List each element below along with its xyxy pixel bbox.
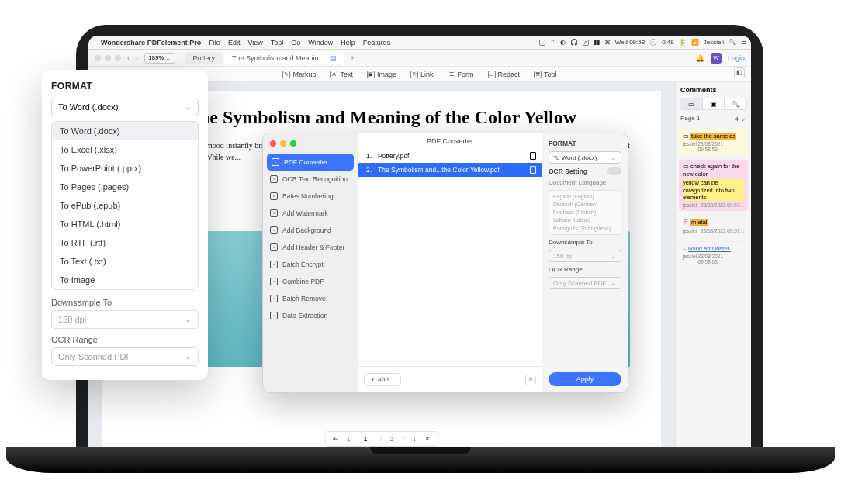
language-option[interactable]: Français (French) [553, 209, 617, 216]
ocr-toggle[interactable] [607, 167, 621, 175]
comment-item[interactable]: ⎁ wood and water. jessieli23/08/2021 09:… [679, 241, 748, 268]
ocrrange-select[interactable]: Only Scanned PDF⌄ [549, 277, 621, 289]
format-option[interactable]: To PowerPoint (.pptx) [52, 159, 198, 178]
language-option[interactable]: Italiano (Italian) [553, 216, 617, 224]
comments-tabs: ▭ ▣ 🔍 [680, 98, 747, 110]
nav-back-icon[interactable]: ‹ [127, 54, 130, 62]
zoom-field[interactable]: 189%⌄ [144, 53, 175, 64]
chevron-down-icon: ⌄ [185, 103, 192, 111]
app-name[interactable]: Wondershare PDFelement Pro [101, 39, 201, 47]
language-option[interactable]: Español (Spanish) [553, 233, 617, 235]
tool-tool[interactable]: ⚒Tool [534, 71, 557, 78]
nav-close-icon[interactable]: ✕ [424, 435, 431, 443]
dialog-nav-item[interactable]: ▫Combine PDF [263, 273, 358, 290]
nav-item-icon: ▫ [270, 175, 278, 183]
bell-icon[interactable]: 🔔 [696, 54, 704, 62]
format-option[interactable]: To Excel (.xlsx) [52, 140, 198, 159]
add-button[interactable]: +Add... [364, 373, 401, 386]
list-menu-icon[interactable]: ≡ [525, 375, 536, 385]
chevron-down-icon[interactable]: ⌄ [740, 115, 746, 123]
status-headphone-icon: 🎧 [570, 39, 578, 46]
dialog-nav-item[interactable]: ▫Bates Numbering [263, 188, 358, 205]
nav-fwd-icon[interactable]: › [136, 54, 138, 62]
dialog-nav-item[interactable]: ▫Add Header & Footer [263, 239, 358, 256]
panel-toggle-icon[interactable]: ◧ [734, 67, 745, 78]
tool-text[interactable]: AText [330, 71, 353, 78]
nav-first-icon[interactable]: ⇤ [333, 435, 339, 443]
dialog-nav-item[interactable]: ▫OCR Text Recognition [263, 171, 358, 188]
format-option[interactable]: To ePub (.epub) [52, 196, 198, 215]
format-option[interactable]: To Image [52, 271, 198, 289]
status-user[interactable]: Jessieli [704, 39, 724, 46]
language-option[interactable]: English (English) [553, 193, 617, 201]
menu-file[interactable]: File [209, 39, 220, 47]
page-current-input[interactable] [358, 435, 372, 443]
format-option[interactable]: To RTF (.rtf) [52, 233, 198, 252]
popover-downsample-select[interactable]: 150 dpi⌄ [51, 310, 199, 329]
comments-title: Comments [676, 82, 751, 98]
format-option[interactable]: To HTML (.html) [52, 215, 198, 233]
menu-help[interactable]: Help [341, 39, 355, 47]
apply-button[interactable]: Apply [549, 372, 621, 386]
dialog-nav-item[interactable]: ▫Add Watermark [263, 205, 358, 222]
tool-markup[interactable]: ✎Markup [282, 71, 316, 78]
nav-prev-icon[interactable]: ↓ [347, 435, 351, 443]
image-icon: ▣ [367, 71, 375, 78]
menu-edit[interactable]: Edit [228, 39, 241, 47]
menu-tool[interactable]: Tool [271, 39, 284, 47]
status-batt-icon: 🔋 [679, 39, 687, 46]
format-options-list: To Word (.docx)To Excel (.xlsx)To PowerP… [51, 121, 199, 290]
window-titlebar: ‹ › 189%⌄ Pottery The Symbolism and Mean… [88, 50, 751, 67]
popover-ocrrange-select[interactable]: Only Scanned PDF⌄ [51, 347, 199, 366]
menu-go[interactable]: Go [291, 39, 300, 47]
tool-link[interactable]: ⎘Link [410, 71, 434, 78]
language-option[interactable]: Deutsch (German) [553, 201, 617, 209]
status-net-icon: ↕ [539, 40, 545, 46]
comments-tab-search-icon[interactable]: 🔍 [725, 98, 746, 109]
ocrrange-label: OCR Range [549, 266, 621, 273]
comment-item[interactable]: ▭ take the same as jessieli23/08/2021 09… [679, 129, 748, 155]
language-list[interactable]: English (English)Deutsch (German)Françai… [549, 190, 621, 235]
format-current-select[interactable]: To Word (.docx)⌄ [51, 98, 199, 116]
menu-features[interactable]: Features [363, 39, 391, 47]
nav-next-icon[interactable]: ↑ [402, 435, 406, 443]
format-label: FORMAT [549, 140, 621, 147]
pdf-converter-dialog: ▫PDF Converter▫OCR Text Recognition▫Bate… [262, 133, 628, 393]
language-option[interactable]: Português (Portuguese) [553, 225, 617, 233]
comment-item[interactable]: 〒 m etal jessieli23/08/2021 09:57... [679, 216, 748, 236]
comments-tab-note-icon[interactable]: ▭ [680, 98, 703, 109]
dialog-file-row[interactable]: 2.The Symbolism and...the Color Yellow.p… [358, 163, 542, 177]
nav-item-icon: ▫ [270, 243, 278, 251]
status-menu-icon[interactable]: ☰ [741, 39, 746, 46]
tab-add[interactable]: + [346, 52, 359, 64]
comment-item[interactable]: ▭ check again for the new color yellow c… [679, 160, 748, 211]
menu-view[interactable]: View [247, 39, 262, 47]
page-navigator: ⇤ ↓ / 3 ↑ ↓ ✕ [324, 431, 438, 447]
app-logo-icon: W [711, 53, 722, 64]
dialog-nav-item[interactable]: ▫Batch Encrypt [263, 256, 358, 273]
menu-window[interactable]: Window [308, 39, 333, 47]
comments-tab-image-icon[interactable]: ▣ [703, 98, 725, 109]
dialog-nav-item[interactable]: ▫PDF Converter [267, 154, 354, 171]
tool-form[interactable]: ☰Form [448, 71, 474, 78]
tool-image[interactable]: ▣Image [367, 71, 396, 78]
dialog-nav-item[interactable]: ▫Batch Remove [263, 290, 358, 307]
tab-symbolism[interactable]: The Symbolism and Meanin... ▤ [224, 52, 344, 64]
format-option[interactable]: To Pages (.pages) [52, 178, 198, 196]
dialog-nav-item[interactable]: ▫Add Background [263, 222, 358, 239]
login-button[interactable]: Login [728, 54, 745, 62]
format-option[interactable]: To Text (.txt) [52, 252, 198, 271]
tool-redact[interactable]: ▭Redact [488, 71, 521, 78]
format-select[interactable]: To Word (.docx)⌄ [549, 151, 621, 164]
dialog-file-row[interactable]: 1.Pottery.pdf [358, 149, 542, 163]
nav-last-icon[interactable]: ↓ [413, 435, 417, 443]
format-option[interactable]: To Word (.docx) [52, 122, 198, 140]
dialog-nav-item[interactable]: ▫Data Extraction [263, 307, 358, 324]
downsample-select[interactable]: 150 dpi⌄ [549, 250, 621, 262]
dialog-traffic-lights[interactable] [263, 138, 358, 154]
tab-pottery[interactable]: Pottery [185, 52, 223, 64]
status-search-icon[interactable]: 🔍 [729, 39, 736, 46]
popover-title: FORMAT [51, 81, 199, 91]
traffic-lights[interactable] [95, 55, 121, 61]
comments-page-label: Page 1 [680, 115, 700, 123]
